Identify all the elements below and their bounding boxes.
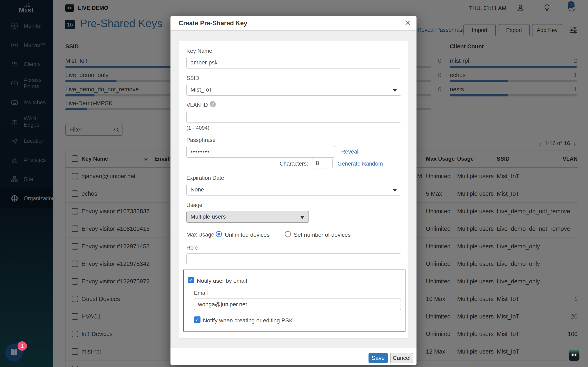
dropdown-arrow-icon [393, 89, 397, 92]
key-name-label: Key Name [186, 48, 212, 54]
ssid-select-value: Mist_IoT [190, 86, 212, 93]
modal-header: Create Pre-Shared Key ✕ [171, 16, 416, 31]
modal-footer: Save Cancel [171, 348, 416, 365]
dropdown-arrow-icon [300, 216, 304, 219]
set-number-devices-radio[interactable] [285, 231, 291, 237]
robot-face-icon [571, 353, 577, 356]
expiration-select-value: None [190, 186, 204, 193]
role-input[interactable] [186, 253, 401, 265]
ssid-select[interactable]: Mist_IoT [186, 84, 401, 96]
usage-select-value: Multiple users [190, 213, 226, 220]
email-input[interactable] [194, 299, 401, 310]
vlan-label: VLAN ID [186, 102, 208, 108]
unlimited-devices-radio[interactable] [216, 231, 222, 237]
notify-user-checkbox[interactable] [188, 277, 194, 284]
expiration-label: Expiration Date [186, 175, 224, 181]
usage-label: Usage [186, 202, 202, 208]
close-icon[interactable]: ✕ [405, 19, 411, 27]
documentation-badge: 1 [17, 341, 27, 351]
notify-psk-label: Notify when creating or editing PSK [203, 317, 293, 324]
ssid-label: SSID [186, 75, 199, 81]
vlan-hint: (1 - 4094) [186, 125, 209, 131]
cancel-button[interactable]: Cancel [390, 353, 413, 363]
unlimited-devices-label: Unlimited devices [225, 232, 269, 238]
vlan-help-icon[interactable]: ? [210, 101, 216, 107]
max-usage-label: Max Usage [186, 232, 214, 238]
role-label: Role [186, 245, 198, 251]
modal-title: Create Pre-Shared Key [179, 20, 247, 27]
dropdown-arrow-icon [393, 189, 397, 192]
reveal-passphrase-link[interactable]: Reveal [341, 149, 358, 155]
generate-random-link[interactable]: Generate Random [337, 161, 383, 167]
characters-input[interactable] [312, 158, 333, 168]
marvis-chat-button[interactable] [569, 349, 579, 361]
vlan-input[interactable] [186, 111, 401, 123]
notify-psk-checkbox[interactable] [194, 317, 200, 323]
screen: Mist Monitor Marvis™ Clients Access Poin… [0, 0, 588, 367]
characters-label: Characters: [279, 161, 308, 167]
email-label: Email [194, 290, 208, 296]
create-psk-modal: Create Pre-Shared Key ✕ Key Name SSID Mi… [171, 16, 416, 365]
usage-select[interactable]: Multiple users [186, 211, 309, 223]
expiration-select[interactable]: None [186, 184, 401, 196]
passphrase-input[interactable] [186, 146, 335, 158]
notify-user-label: Notify user by email [197, 278, 247, 284]
save-button[interactable]: Save [369, 353, 388, 363]
set-number-devices-label: Set number of devices [294, 232, 351, 238]
key-name-input[interactable] [186, 57, 401, 68]
passphrase-label: Passphrase [186, 137, 216, 143]
